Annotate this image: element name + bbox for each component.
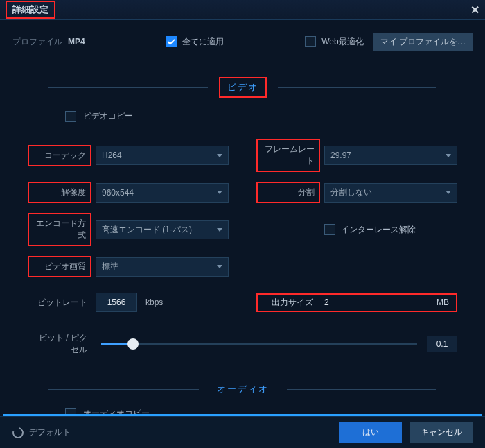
chevron-down-icon: [217, 228, 222, 232]
bpp-value: 0.1: [427, 336, 457, 352]
video-copy-checkbox[interactable]: [65, 111, 76, 122]
chevron-down-icon: [217, 265, 222, 268]
web-optimize-checkbox[interactable]: Web最適化: [305, 36, 363, 48]
profile-format: MP4: [68, 37, 85, 46]
audio-section-label: オーディオ: [210, 380, 276, 398]
split-select[interactable]: 分割しない: [324, 183, 457, 203]
checkbox-off-icon: [305, 36, 316, 47]
profile-label: プロファイル: [12, 36, 62, 48]
reset-icon: [10, 425, 26, 440]
bpp-label: ビット / ピクセル: [28, 329, 91, 359]
deinterlace-checkbox[interactable]: インターレース解除: [324, 224, 416, 236]
ok-button[interactable]: はい: [340, 422, 402, 443]
reset-button[interactable]: デフォルト: [12, 427, 71, 438]
cancel-button[interactable]: キャンセル: [410, 422, 473, 443]
slider-thumb-icon[interactable]: [127, 338, 139, 350]
resolution-field: 解像度 960x544: [28, 182, 229, 203]
video-copy-label: ビデオコピー: [83, 110, 133, 122]
framerate-label: フレームレート: [256, 139, 320, 172]
output-size-unit: MB: [436, 298, 449, 307]
bitrate-unit: kbps: [146, 298, 163, 307]
quality-select[interactable]: 標準: [96, 257, 229, 277]
output-size-field: 出力サイズ 2 MB: [256, 293, 457, 312]
encode-select[interactable]: 高速エンコード (1-パス): [96, 220, 229, 239]
framerate-field: フレームレート 29.97: [256, 139, 457, 172]
split-label: 分割: [256, 182, 320, 203]
encode-label: エンコード方式: [28, 213, 91, 246]
resolution-select[interactable]: 960x544: [96, 183, 229, 203]
framerate-select[interactable]: 29.97: [324, 146, 457, 165]
chevron-down-icon: [446, 191, 451, 194]
chevron-down-icon: [446, 154, 451, 157]
bitrate-input[interactable]: 1566: [96, 293, 137, 312]
checkbox-on-icon: [166, 36, 177, 47]
video-section-divider: ビデオ: [0, 56, 485, 105]
titlebar: 詳細設定 ✕: [0, 0, 485, 19]
chevron-down-icon: [217, 154, 222, 157]
quality-label: ビデオ画質: [28, 256, 91, 277]
audio-section-divider: オーディオ: [0, 359, 485, 405]
window-title: 詳細設定: [6, 1, 55, 19]
encode-field: エンコード方式 高速エンコード (1-パス): [28, 213, 229, 246]
bitrate-label: ビットレート: [28, 293, 91, 312]
codec-label: コーデック: [28, 145, 91, 166]
output-size-input[interactable]: 2: [320, 298, 436, 307]
chevron-down-icon: [217, 191, 222, 194]
checkbox-off-icon: [324, 224, 335, 235]
split-field: 分割 分割しない: [256, 182, 457, 203]
codec-field: コーデック H264: [28, 139, 229, 172]
video-section-label: ビデオ: [219, 77, 267, 98]
output-size-label: 出力サイズ: [265, 297, 320, 309]
apply-all-checkbox[interactable]: 全てに適用: [166, 36, 224, 48]
bpp-row: ビット / ピクセル 0.1: [0, 312, 485, 359]
web-optimize-label: Web最適化: [321, 36, 363, 48]
my-profile-button[interactable]: マイ プロファイルを…: [373, 33, 473, 51]
bpp-slider[interactable]: [101, 343, 417, 345]
bitrate-field: ビットレート 1566 kbps: [28, 293, 229, 312]
deinterlace-label: インターレース解除: [341, 224, 416, 236]
resolution-label: 解像度: [28, 182, 91, 203]
codec-select[interactable]: H264: [96, 146, 229, 165]
apply-all-label: 全てに適用: [182, 36, 224, 48]
footer: デフォルト はい キャンセル: [0, 416, 485, 448]
profile-row: プロファイル MP4 全てに適用 Web最適化 マイ プロファイルを…: [0, 20, 485, 56]
close-icon[interactable]: ✕: [470, 3, 479, 17]
quality-field: ビデオ画質 標準: [28, 256, 229, 277]
